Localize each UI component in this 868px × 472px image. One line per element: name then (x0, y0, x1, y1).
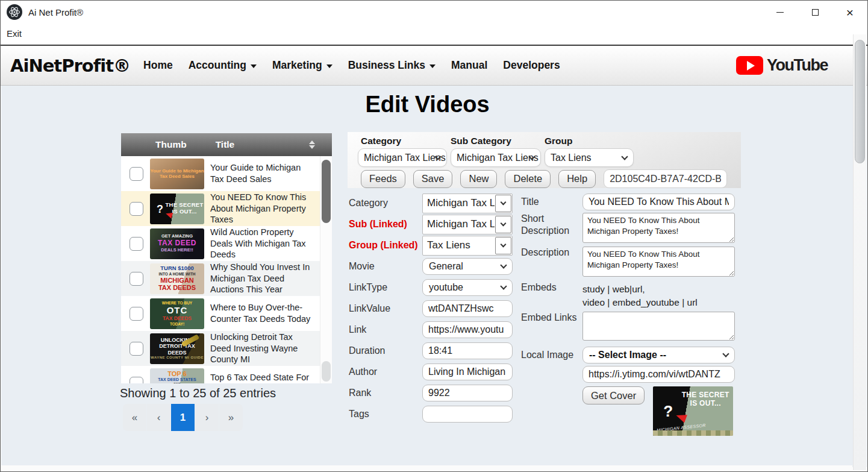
linkvalue-field[interactable] (422, 300, 513, 317)
video-title: Where to Buy Over-the-Counter Tax Deeds … (204, 302, 316, 324)
page-scrollbar[interactable] (853, 34, 866, 470)
app-window: Ai Net Profit® × Exit AiNetProfit® Home … (0, 0, 868, 472)
row-checkbox[interactable] (130, 237, 143, 251)
description-field[interactable]: You NEED To Know This About Michigan Pro… (582, 247, 735, 277)
help-button[interactable]: Help (558, 170, 596, 188)
new-button[interactable]: New (460, 170, 497, 188)
table-row[interactable]: TOP 6 TAX DEED STATES FOR DIRT CHEAP PRO… (121, 366, 332, 383)
pagination: « ‹ 1 › » (123, 404, 243, 431)
rank-field[interactable] (422, 385, 513, 401)
tags-field[interactable] (422, 406, 513, 423)
chevron-down-icon (501, 241, 507, 247)
row-checkbox[interactable] (130, 202, 143, 216)
author-label: Author (349, 367, 422, 377)
column-header-title[interactable]: Title (216, 139, 235, 150)
video-title: Your Guide to Michigan Tax Deed Sales (204, 162, 316, 184)
image-url-field[interactable] (582, 366, 735, 383)
column-header-thumb[interactable]: Thumb (155, 139, 187, 150)
row-checkbox[interactable] (130, 307, 143, 321)
group-filter-select[interactable]: Tax Liens (545, 148, 634, 167)
record-guid-field[interactable] (604, 169, 727, 188)
nav-item-developers[interactable]: Developers (503, 59, 560, 72)
page-scrollbar-thumb[interactable] (855, 40, 865, 163)
author-field[interactable] (422, 363, 513, 380)
video-thumbnail: WHERE TO BUY OTC TAX DEEDS TODAY! (150, 298, 204, 329)
category-select[interactable]: Michigan Tax Liens (422, 194, 513, 213)
table-header[interactable]: Thumb Title (121, 133, 332, 156)
pagination-first[interactable]: « (123, 404, 146, 431)
table-row[interactable]: TURN $1000 INTO A HOME WITH MICHIGAN TAX… (121, 261, 332, 296)
group-linked-select[interactable]: Tax Liens (422, 236, 513, 256)
minimize-button[interactable] (763, 1, 798, 24)
filter-panel: Category Sub Category Group Michigan Tax… (348, 132, 741, 188)
link-field[interactable] (422, 321, 513, 338)
embed-links-field[interactable] (582, 312, 735, 341)
page-title: Edit Videos (1, 92, 854, 118)
close-button[interactable]: × (832, 1, 867, 24)
table-row[interactable]: UNLOCKING DETROIT TAX DEEDS WAYNE COUNTY… (121, 331, 332, 366)
movie-select[interactable]: General (422, 258, 513, 275)
row-checkbox[interactable] (130, 377, 143, 384)
local-image-label: Local Image (521, 349, 582, 361)
youtube-logo[interactable]: YouTube (736, 56, 828, 75)
table-row[interactable]: GET AMAZING TAX DEED DEALS HERE!! Wild A… (121, 226, 332, 261)
table-row[interactable]: Your Guide to Michigan Tax Deed Sales Yo… (121, 156, 332, 191)
youtube-play-icon (736, 56, 763, 75)
short-description-label: Short Description (521, 213, 582, 237)
window-controls: × (763, 1, 867, 24)
feeds-button[interactable]: Feeds (361, 170, 405, 188)
video-title: Top 6 Tax Deed State For Dirt Cheap Prop… (204, 372, 316, 383)
local-image-select[interactable]: -- Select Image -- (582, 347, 735, 363)
table-scrollbar-thumb[interactable] (322, 160, 331, 223)
sub-linked-select[interactable]: Michigan Tax Liens (422, 215, 513, 234)
table-row[interactable]: WHERE TO BUY OTC TAX DEEDS TODAY! Where … (121, 296, 332, 331)
nav-item-marketing[interactable]: Marketing (272, 59, 333, 72)
nav-item-business-links[interactable]: Business Links (348, 59, 436, 72)
tags-label: Tags (349, 409, 422, 420)
get-cover-button[interactable]: Get Cover (582, 386, 645, 404)
table-row-selected[interactable]: ? THE SECRET IS OUT... You NEED To Know … (121, 191, 332, 226)
window-title: Ai Net Profit® (28, 7, 83, 17)
form-left-column: Category Michigan Tax Liens Sub (Linked)… (349, 195, 513, 427)
row-checkbox[interactable] (130, 272, 143, 286)
title-bar: Ai Net Profit® × (1, 1, 867, 24)
duration-field[interactable] (422, 342, 513, 359)
menu-item-exit[interactable]: Exit (7, 28, 22, 39)
pagination-page-1[interactable]: 1 (171, 404, 195, 431)
save-button[interactable]: Save (413, 170, 453, 188)
arrow-icon (675, 412, 687, 423)
chevron-down-icon (500, 262, 507, 268)
linkvalue-label: LinkValue (349, 303, 422, 314)
videos-table: Thumb Title Your Guide to Michigan Tax D… (121, 133, 332, 383)
chevron-down-icon (429, 65, 436, 68)
short-description-field[interactable]: You NEED To Know This About Michigan Pro… (582, 213, 735, 243)
brand-logo[interactable]: AiNetProfit® (10, 55, 130, 76)
duration-label: Duration (349, 345, 422, 356)
nav-item-home[interactable]: Home (143, 59, 173, 72)
sort-up-down-icon[interactable] (309, 140, 315, 149)
maximize-button[interactable] (798, 1, 832, 24)
video-title: Why Should You Invest In Michigan Tax De… (204, 262, 316, 295)
row-checkbox[interactable] (130, 167, 143, 181)
video-thumbnail: TURN $1000 INTO A HOME WITH MICHIGAN TAX… (150, 263, 204, 294)
row-checkbox[interactable] (130, 342, 143, 356)
pagination-prev[interactable]: ‹ (147, 404, 170, 431)
delete-button[interactable]: Delete (505, 170, 551, 188)
table-scrollbar[interactable] (320, 156, 332, 383)
nav-items: Home Accounting Marketing Business Links… (143, 59, 560, 72)
category-filter-select[interactable]: Michigan Tax Liens (358, 148, 447, 167)
nav-item-manual[interactable]: Manual (451, 59, 487, 72)
nav-item-accounting[interactable]: Accounting (189, 59, 257, 72)
chevron-down-icon (326, 65, 333, 68)
chevron-down-icon (722, 350, 729, 357)
link-label: Link (349, 324, 422, 335)
sub-category-filter-select[interactable]: Michigan Tax Liens (451, 148, 541, 167)
minimize-icon (776, 12, 784, 13)
title-field[interactable] (582, 194, 735, 210)
video-thumbnail: Your Guide to Michigan Tax Deed Sales (150, 159, 204, 189)
group-label: Group (545, 136, 573, 146)
form-right-column: Title Short Description You NEED To Know… (521, 194, 737, 436)
pagination-next[interactable]: › (195, 404, 219, 431)
linktype-select[interactable]: youtube (422, 279, 513, 296)
pagination-last[interactable]: » (219, 404, 243, 431)
